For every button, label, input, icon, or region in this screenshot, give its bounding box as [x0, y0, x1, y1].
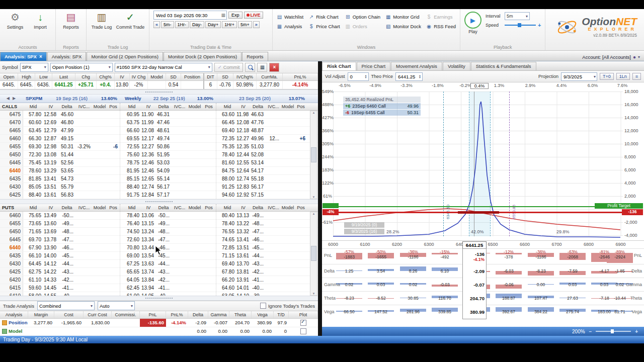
option-row[interactable]: 6430 85.0513.5155.79 88.4012.7456.17 91.… — [0, 183, 318, 191]
window-toggle-button[interactable]: ▧ Monitor Dock — [385, 22, 421, 31]
option-row[interactable]: 6455 69.3012.9850.31-3.2%-6 72.5512.2750… — [0, 143, 318, 151]
expiry-nav[interactable]: ◀ ▶ — [0, 95, 23, 103]
scroll-thumb[interactable] — [311, 246, 316, 261]
time-step-button[interactable]: 5m- — [161, 21, 174, 28]
auto-select[interactable]: Auto▾ — [98, 301, 135, 310]
splitter[interactable] — [0, 89, 318, 95]
window-toggle-button[interactable]: ⊞ Option Chain — [345, 13, 380, 21]
chart-tab[interactable]: Risk Chart — [322, 62, 356, 70]
strategy-select[interactable]: #1050 SPX 22-day Narrow Cal▾ — [115, 63, 212, 72]
play-button[interactable]: ▶ — [464, 12, 481, 29]
option-row[interactable]: 6415 59.6014.45-41... 62.4513.94-41... 6… — [0, 284, 318, 292]
symbol-select[interactable]: SPX▾ — [20, 63, 48, 72]
window-toggle-button[interactable]: $ Price Chart — [308, 22, 340, 31]
chart-tab[interactable]: Movement Analysis — [391, 62, 442, 70]
time-step-button[interactable]: 5m+ — [238, 21, 252, 28]
window-toggle-button[interactable]: ▦ Monitor Grid — [385, 13, 421, 21]
slider-thumb[interactable] — [518, 23, 521, 27]
projection-select[interactable]: 9/3/2025▾ — [561, 72, 597, 81]
speed-adjust-icon[interactable]: + — [538, 22, 541, 28]
document-tab[interactable]: Analysis: SPX× — [47, 52, 87, 61]
window-toggle-button[interactable]: $ Earnings — [426, 13, 456, 21]
zoom-thumb[interactable] — [611, 329, 614, 333]
option-row[interactable]: 6450 71.6513.69-48... 74.5013.24-48... 7… — [0, 228, 318, 236]
option-row[interactable]: 6410 58.0014.55-40... 61.0014.05-40... 6… — [0, 292, 318, 296]
trade-log-button[interactable]: ▥Trade Log — [91, 11, 113, 30]
menu-icon[interactable]: ≡ — [632, 73, 641, 80]
grid-view-icon[interactable]: ▦ — [257, 63, 267, 72]
window-toggle-button[interactable]: ▥ Orders — [345, 22, 380, 31]
scroll-down-icon[interactable]: ▼ — [312, 196, 315, 199]
exp-button[interactable]: Exp — [228, 12, 243, 19]
import-button[interactable]: ↓Import — [29, 11, 51, 30]
trade-analysis-mode-select[interactable]: Combined▾ — [37, 301, 95, 310]
document-tab[interactable]: Reports× — [242, 52, 268, 61]
time-step-button[interactable]: 1Hr+ — [222, 21, 237, 28]
scroll-thumb[interactable] — [311, 147, 316, 162]
option-row[interactable]: 6445 75.4513.1952.56 78.7512.4653.03 81.… — [0, 159, 318, 167]
risk-plot[interactable]: 6345.50 6550.86 -4% Profit Target -136 3… — [322, 89, 644, 240]
chart-tab[interactable]: Volatility — [443, 62, 470, 70]
window-toggle-button[interactable]: ▦ Analysis — [277, 22, 303, 31]
vol-adjust-input[interactable]: 0▲▼ — [348, 72, 369, 81]
interval-select[interactable]: 5m▾ — [505, 12, 530, 20]
expiry-3[interactable]: 23 Sep 25 (20)13.07% — [218, 95, 307, 103]
window-toggle-button[interactable]: ↗ Risk Chart — [308, 13, 340, 21]
analysis-row[interactable]: Model 0.000.000.000.000 — [0, 327, 318, 336]
option-row[interactable]: 6430 64.4514.12-44... 67.2513.63-44... 6… — [0, 260, 318, 268]
chart-tab[interactable]: Statistics & Fundamentals — [471, 62, 536, 70]
option-row[interactable]: 6465 63.4512.7947.99 66.6012.0848.61 69.… — [0, 127, 318, 135]
window-toggle-button[interactable]: ▤ Watchlist — [277, 13, 303, 21]
option-row[interactable]: 6455 73.6513.60-49... 76.4013.15-49... 7… — [0, 220, 318, 228]
plot-checkbox[interactable] — [289, 319, 318, 327]
expiry-2[interactable]: Weekly22 Sep 25 (19)13.00% — [122, 95, 216, 103]
option-row[interactable]: 6425 62.7514.22-43... 65.6513.74-43... 6… — [0, 268, 318, 276]
settings-button[interactable]: ⚙Settings — [4, 11, 26, 30]
commit-trade-button[interactable]: ✓Commit Trade — [116, 11, 145, 30]
scroll-up-icon[interactable]: ▲ — [312, 212, 315, 215]
option-row[interactable]: 6445 69.7013.78-47... 72.6013.34-47... 7… — [0, 236, 318, 244]
splitter[interactable] — [0, 199, 318, 204]
analysis-row[interactable]: Position 3,277.80-1,965.601,830.00-135.6… — [0, 319, 318, 327]
splitter[interactable] — [0, 296, 318, 301]
option-row[interactable]: 6440 78.6013.2953.65 81.9512.4654.09 84.… — [0, 167, 318, 175]
time-step-button[interactable]: Day+ — [205, 21, 221, 28]
zoom-in-icon[interactable]: + — [635, 329, 638, 334]
zoom-slider[interactable] — [596, 329, 631, 334]
risk-chart[interactable]: -6.5%-4.9%-3.3%-1.8%-0.2%0.4%1.3%2.9%4.4… — [322, 82, 644, 248]
live-button[interactable]: LIVE — [244, 12, 263, 19]
time-step-button[interactable]: 1Hr- — [175, 21, 189, 28]
option-row[interactable]: 6460 66.3012.8749.15 69.5512.1749.74 72.… — [0, 135, 318, 143]
calls-scrollbar[interactable]: ▲▼ — [310, 111, 317, 199]
option-row[interactable]: 6475 57.8012.5845.60 60.9511.9046.31 63.… — [0, 111, 318, 119]
puts-scrollbar[interactable]: ▲▼ — [310, 212, 317, 296]
ignore-todays-trades-checkbox[interactable]: Ignore Today's Trades — [260, 303, 315, 309]
t0-button[interactable]: T+0 — [600, 73, 614, 80]
open-position-select[interactable]: Open Position (1)▾ — [50, 63, 113, 72]
option-row[interactable]: 6425 88.4013.6156.83 91.7512.8457.17 94.… — [0, 191, 318, 199]
commit-button[interactable]: ✓Commit — [214, 63, 244, 72]
lines-button[interactable]: 1Ln — [616, 73, 630, 80]
speed-slider[interactable] — [505, 23, 536, 28]
document-tab[interactable]: Monitor Grid (2 Open Positions)× — [87, 52, 163, 61]
zoom-out-icon[interactable]: – — [589, 329, 592, 334]
plot-checkbox[interactable] — [289, 327, 318, 335]
document-tab[interactable]: Analysis: SPX× — [0, 52, 47, 61]
option-row[interactable]: 6470 60.6012.6946.80 63.7511.9947.46 66.… — [0, 119, 318, 127]
search-icon[interactable] — [245, 63, 255, 72]
option-row[interactable]: 6450 72.3013.0851.44 75.6012.3651.95 78.… — [0, 151, 318, 159]
scroll-down-icon[interactable]: ▼ — [312, 292, 315, 295]
time-step-button[interactable]: Day- — [190, 21, 204, 28]
option-row[interactable]: 6420 61.1014.33-42... 64.0513.84-42... 6… — [0, 276, 318, 284]
window-toggle-button[interactable]: ◉ RSS Feed — [426, 22, 456, 31]
reports-button[interactable]: ▤Reports — [60, 11, 82, 30]
forward-icon[interactable]: » — [253, 21, 260, 28]
spinner-icons[interactable]: ▲▼ — [365, 74, 367, 78]
scroll-up-icon[interactable]: ▲ — [312, 111, 315, 114]
expiry-1[interactable]: SPXPM19 Sep 25 (16)13.60% — [23, 95, 120, 103]
option-row[interactable]: 6435 81.8513.4154.73 85.1512.6555.14 88.… — [0, 175, 318, 183]
spinner-icons[interactable]: ▲▼ — [419, 74, 421, 78]
document-tab[interactable]: Monitor Dock (2 Open Positions)× — [164, 52, 242, 61]
option-row[interactable]: 6460 75.6513.49-50... 78.4013.06-50... 8… — [0, 212, 318, 220]
chart-tab[interactable]: Price Chart — [357, 62, 391, 70]
